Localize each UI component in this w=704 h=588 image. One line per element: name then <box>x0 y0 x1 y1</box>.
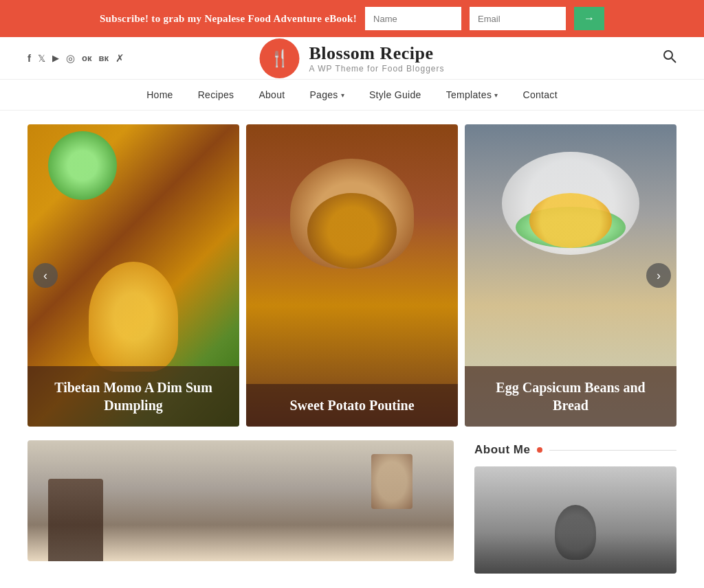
header: f 𝕏 ▶ ◎ ок вк ✗ 🍴 Blossom Recipe A WP Th… <box>0 37 704 80</box>
banner-name-input[interactable] <box>365 7 461 30</box>
fork-icon: 🍴 <box>270 49 290 68</box>
nav-recipes[interactable]: Recipes <box>198 89 234 100</box>
slide-3-caption: Egg Capsicum Beans and Bread <box>465 366 676 427</box>
slide-2-title: Sweet Potato Poutine <box>260 396 444 414</box>
slide-1-title: Tibetan Momo A Dim Sum Dumpling <box>41 378 226 414</box>
facebook-icon[interactable]: f <box>28 52 31 64</box>
bottom-article[interactable] <box>28 440 454 574</box>
pages-dropdown-arrow: ▾ <box>341 91 344 99</box>
slide-3-title: Egg Capsicum Beans and Bread <box>478 378 663 414</box>
svg-line-1 <box>672 58 676 63</box>
svg-point-0 <box>664 51 672 59</box>
ok-icon[interactable]: ок <box>82 53 91 63</box>
logo-icon-circle: 🍴 <box>260 38 300 78</box>
about-me-divider <box>549 450 676 451</box>
search-button[interactable] <box>663 49 676 67</box>
banner-text: Subscribe! to grab my Nepalese Food Adve… <box>100 13 357 25</box>
article-thumbnail <box>28 440 454 561</box>
about-me-title: About Me <box>474 443 530 457</box>
slide-1[interactable]: Tibetan Momo A Dim Sum Dumpling <box>28 124 239 427</box>
about-me-widget: About Me <box>474 440 676 574</box>
social-icons-group: f 𝕏 ▶ ◎ ок вк ✗ <box>28 52 124 65</box>
nav-home[interactable]: Home <box>146 89 173 100</box>
top-banner: Subscribe! to grab my Nepalese Food Adve… <box>0 0 704 37</box>
banner-submit-button[interactable]: → <box>574 7 604 30</box>
youtube-icon[interactable]: ▶ <box>52 53 59 64</box>
about-me-dot-decorator <box>537 447 542 453</box>
bottom-section: About Me <box>0 440 704 587</box>
about-me-image <box>474 466 676 574</box>
slide-1-caption: Tibetan Momo A Dim Sum Dumpling <box>28 366 239 427</box>
nav-contact[interactable]: Contact <box>523 89 558 100</box>
main-nav: Home Recipes About Pages ▾ Style Guide T… <box>0 80 704 111</box>
nav-pages[interactable]: Pages ▾ <box>309 89 344 100</box>
site-title: Blossom Recipe <box>309 43 445 64</box>
nav-style-guide[interactable]: Style Guide <box>369 89 421 100</box>
logo-text: Blossom Recipe A WP Theme for Food Blogg… <box>309 43 445 74</box>
xing-icon[interactable]: ✗ <box>116 52 124 65</box>
slide-2[interactable]: Sweet Potato Poutine <box>246 124 458 427</box>
slider-prev-button[interactable]: ‹ <box>33 263 58 288</box>
about-me-header: About Me <box>474 440 676 457</box>
featured-slider: ‹ Tibetan Momo A Dim Sum Dumpling Sweet … <box>0 111 704 440</box>
slider-container: Tibetan Momo A Dim Sum Dumpling Sweet Po… <box>28 124 676 427</box>
slide-3[interactable]: Egg Capsicum Beans and Bread <box>465 124 676 427</box>
logo-area: 🍴 Blossom Recipe A WP Theme for Food Blo… <box>260 38 445 78</box>
site-subtitle: A WP Theme for Food Bloggers <box>309 64 445 74</box>
twitter-icon[interactable]: 𝕏 <box>38 53 45 64</box>
templates-dropdown-arrow: ▾ <box>494 91 498 99</box>
slider-next-button[interactable]: › <box>646 263 671 288</box>
nav-templates[interactable]: Templates ▾ <box>446 89 498 100</box>
instagram-icon[interactable]: ◎ <box>66 52 75 65</box>
vk-icon[interactable]: вк <box>98 53 109 63</box>
slide-2-caption: Sweet Potato Poutine <box>246 384 458 427</box>
banner-email-input[interactable] <box>470 7 566 30</box>
nav-about[interactable]: About <box>258 89 285 100</box>
